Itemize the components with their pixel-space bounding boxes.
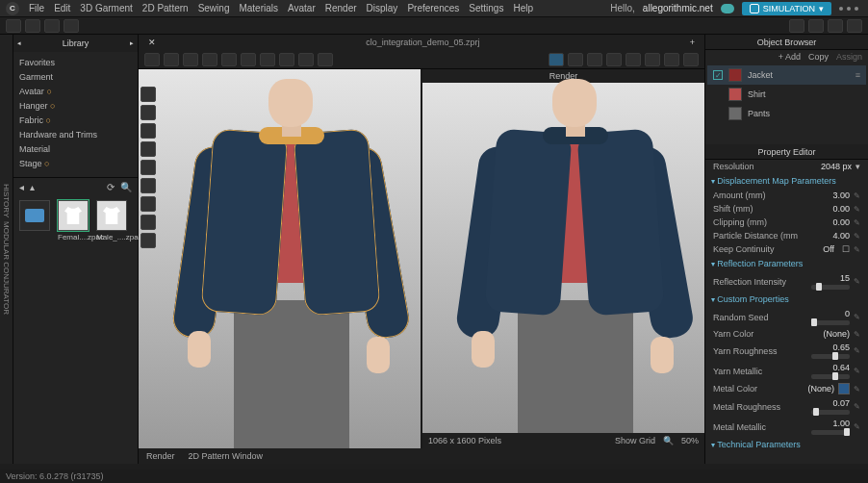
vt-icon[interactable] (144, 53, 160, 66)
prop-row[interactable]: Metal Roughness0.07✎ (705, 396, 868, 417)
prop-value[interactable]: 0 (811, 309, 850, 318)
ob-item-shirt[interactable]: Shirt (707, 85, 866, 104)
vp-tool-icon[interactable] (140, 233, 156, 248)
color-swatch[interactable] (838, 383, 850, 394)
render-viewport[interactable]: Render 1066 x 1600 Pixels Show Grid 🔍 50… (422, 69, 704, 448)
user-name[interactable]: allegorithmic.net (643, 3, 713, 13)
vp-tool-icon[interactable] (140, 105, 156, 120)
ob-item-pants[interactable]: Pants (707, 104, 866, 123)
simulation-button[interactable]: SIMULATION ▾ (742, 2, 831, 15)
vt-icon[interactable] (298, 53, 314, 66)
tab-render[interactable]: Render (146, 451, 175, 461)
edit-icon[interactable]: ✎ (854, 402, 860, 411)
menu-materials[interactable]: Materials (239, 3, 278, 13)
check-icon[interactable]: ✓ (713, 70, 723, 80)
vp-tool-icon[interactable] (140, 196, 156, 212)
tool-icon[interactable] (44, 19, 60, 33)
menu-icon[interactable]: ≡ (855, 70, 860, 80)
thumb-male[interactable]: Male_....zpac (96, 200, 129, 242)
prop-value[interactable]: (None) (811, 329, 850, 339)
menu-file[interactable]: File (29, 3, 44, 13)
section-technical[interactable]: Technical Parameters (705, 437, 868, 452)
material-swatch[interactable] (728, 107, 742, 120)
prop-value[interactable]: 0.00 (811, 217, 850, 227)
vt-icon[interactable] (318, 53, 333, 66)
vt-icon[interactable] (664, 53, 679, 66)
menu-edit[interactable]: Edit (54, 3, 70, 13)
add-button[interactable]: + Add (779, 52, 801, 62)
show-grid-toggle[interactable]: Show Grid (615, 436, 655, 445)
3d-viewport[interactable] (139, 69, 421, 448)
tool-icon[interactable] (828, 19, 843, 33)
toggle-icon[interactable]: ☐ (842, 244, 850, 254)
vt-icon[interactable] (683, 53, 699, 66)
vp-tool-icon[interactable] (140, 215, 156, 230)
tree-favorites[interactable]: Favorites (19, 56, 132, 70)
vt-icon[interactable] (587, 53, 602, 66)
menu-3d-garment[interactable]: 3D Garment (80, 3, 132, 13)
slider[interactable] (811, 430, 850, 435)
edit-icon[interactable]: ✎ (854, 330, 860, 339)
prop-row[interactable]: Yarn Roughness0.65✎ (705, 341, 868, 361)
edit-icon[interactable]: ✎ (854, 245, 860, 254)
up-icon[interactable]: ▴ (30, 182, 35, 192)
tool-icon[interactable] (808, 19, 824, 33)
prop-row[interactable]: Random Seed0✎ (705, 307, 868, 327)
prop-value[interactable]: 0.64 (811, 363, 850, 372)
vp-tool-icon[interactable] (140, 123, 156, 139)
tree-garment[interactable]: Garment (19, 70, 132, 85)
prop-row[interactable]: Reflection Intensity15✎ (705, 271, 868, 292)
tree-stage[interactable]: Stage ○ (19, 157, 132, 171)
more-icon[interactable] (839, 7, 843, 11)
prop-row[interactable]: Keep ContinuityOff☐✎ (705, 242, 868, 256)
back-icon[interactable]: ◂ (19, 182, 24, 192)
edit-icon[interactable]: ✎ (854, 385, 860, 394)
prop-resolution[interactable]: Resolution 2048 px ▾ (705, 160, 868, 173)
edit-icon[interactable]: ✎ (854, 346, 860, 355)
refresh-icon[interactable]: ⟳ (107, 182, 115, 192)
section-custom[interactable]: Custom Properties (705, 292, 868, 307)
vt-icon[interactable] (241, 53, 256, 66)
vt-icon[interactable] (260, 53, 275, 66)
tool-icon[interactable] (6, 19, 21, 33)
edit-icon[interactable]: ✎ (854, 205, 860, 214)
chevron-down-icon[interactable]: ▾ (855, 162, 860, 171)
tree-hardware[interactable]: Hardware and Trims (19, 128, 132, 142)
assign-button[interactable]: Assign (836, 52, 862, 62)
edit-icon[interactable]: ✎ (854, 191, 860, 200)
vt-icon[interactable] (625, 53, 641, 66)
thumb-folder[interactable] (19, 200, 52, 242)
vp-tool-icon[interactable] (140, 141, 156, 157)
vp-tool-icon[interactable] (140, 178, 156, 193)
vt-icon[interactable] (645, 53, 660, 66)
prop-value[interactable]: (None) (796, 384, 834, 394)
zoom-value[interactable]: 50% (681, 436, 699, 445)
material-swatch[interactable] (728, 68, 742, 82)
search-icon[interactable]: 🔍 (120, 182, 132, 192)
prop-value[interactable]: Off (796, 244, 834, 254)
prop-row[interactable]: Clipping (mm)0.00✎ (705, 216, 868, 229)
app-logo[interactable]: C (6, 2, 19, 15)
prop-value[interactable]: 3.00 (811, 191, 850, 200)
tree-avatar[interactable]: Avatar ○ (19, 85, 132, 99)
zoom-icon[interactable]: 🔍 (663, 436, 674, 445)
vp-tool-icon[interactable] (140, 87, 156, 102)
tree-material[interactable]: Material (19, 142, 132, 157)
vp-tool-icon[interactable] (140, 160, 156, 175)
prop-value[interactable]: 1.00 (811, 419, 850, 428)
tool-icon[interactable] (64, 19, 79, 33)
cloud-icon[interactable] (721, 4, 734, 13)
vt-icon[interactable] (568, 53, 583, 66)
prop-value[interactable]: 15 (811, 273, 850, 283)
ob-item-jacket[interactable]: ✓ Jacket ≡ (707, 65, 866, 85)
prop-row[interactable]: Yarn Color(None)✎ (705, 327, 868, 341)
vt-icon[interactable] (606, 53, 622, 66)
edit-icon[interactable]: ✎ (854, 422, 860, 431)
tool-icon[interactable] (25, 19, 40, 33)
material-swatch[interactable] (728, 88, 742, 101)
menu-render[interactable]: Render (325, 3, 357, 13)
slider[interactable] (811, 354, 850, 359)
slider[interactable] (811, 285, 850, 290)
menu-settings[interactable]: Settings (469, 3, 503, 13)
vt-icon[interactable] (164, 53, 179, 66)
